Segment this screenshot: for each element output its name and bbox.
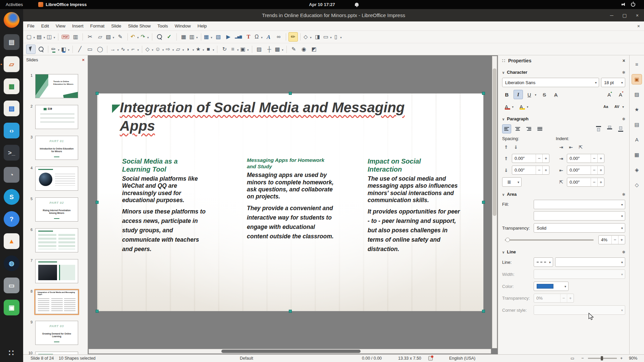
menu-item[interactable]: Help [194,21,210,31]
slide-master-status[interactable]: Default [240,356,253,361]
increase-font-size-button[interactable]: A [604,90,614,99]
increment-button[interactable] [597,154,604,163]
shadow-icon[interactable]: ▨ [255,45,264,54]
gallery-tab-icon[interactable]: ▦ [632,150,642,160]
hanging-indent-icon[interactable] [577,143,585,151]
properties-tab-icon[interactable]: ▣ [632,74,642,84]
line-transparency-field[interactable]: 0% [534,294,574,303]
menu-item[interactable]: Slide [108,21,125,31]
slide-thumbnail-row[interactable]: 10 [23,351,88,354]
insert-text-box-icon[interactable]: T [244,32,253,42]
toggle-extrusion-icon[interactable]: ◩ [309,45,319,54]
align-left-button[interactable] [502,124,511,133]
area-section-header[interactable]: Area [498,190,629,198]
menu-item[interactable]: View [52,21,69,31]
spelling-icon[interactable]: ✓ [165,32,174,42]
font-color-button[interactable]: A [502,102,515,111]
slide-text-column[interactable]: Social Media as a Learning Tool Social m… [122,157,211,254]
underline-button[interactable]: U [525,90,538,99]
language-status[interactable]: English (USA) [449,356,476,361]
transparency-slider-thumb[interactable] [505,238,510,242]
spacing-below-field[interactable]: 0.00″ [512,166,549,175]
slide-thumbnail[interactable] [35,352,78,354]
close-document-icon[interactable]: × [637,23,640,29]
line-style-select[interactable] [534,257,553,267]
writer-icon[interactable]: ▤ [4,101,19,116]
slide-thumbnail-row[interactable]: 1 Trends in Online Education for Minors [23,73,88,99]
decrease-indent-icon[interactable] [567,143,575,151]
display-views-icon[interactable]: ▥ [189,32,199,42]
flowchart-shapes-icon[interactable]: ▱ [175,45,184,54]
new-presentation-icon[interactable]: ▢ [26,32,36,42]
crop-image-icon[interactable]: ┼ [265,45,274,54]
slide-thumbnail[interactable]: 目录 [35,105,78,129]
decrement-button[interactable] [611,236,618,244]
sidebar-settings-icon[interactable]: ≡ [632,59,642,69]
character-more-options-icon[interactable] [622,70,625,75]
slide-thumbnail[interactable]: PART 03 Growing Demand for Online Learni… [35,321,78,345]
line-spacing-select[interactable] [502,177,522,187]
slide-thumbnail-row[interactable]: 6 [23,227,88,253]
slide-thumbnail-row[interactable]: 7 [23,258,88,284]
3d-objects-icon[interactable]: ■ [205,45,215,54]
rectangle-icon[interactable]: ▭ [85,45,95,54]
zoom-out-button[interactable] [581,356,584,361]
minimize-button[interactable]: ─ [610,13,613,18]
slide-thumbnail[interactable] [35,167,78,191]
paragraph-more-options-icon[interactable] [622,116,625,121]
line-color-icon[interactable]: ✏ [51,45,60,54]
insert-image-icon[interactable]: ▧ [214,32,223,42]
align-justify-button[interactable] [535,124,544,133]
align-top-button[interactable] [594,124,603,133]
line-more-options-icon[interactable] [622,249,625,254]
align-objects-icon[interactable]: ≡ [230,45,239,54]
help-icon[interactable]: ? [4,211,19,227]
selection-handle[interactable] [96,92,99,95]
save-icon[interactable]: ◫ [46,32,56,42]
horizontal-scrollbar[interactable] [89,349,491,354]
decrement-button[interactable] [536,154,542,163]
slide-thumbnail-row[interactable]: 4 [23,166,88,192]
selection-handle[interactable] [289,92,292,95]
vertical-scrollbar-thumb[interactable] [493,68,496,216]
character-spacing-button[interactable]: AV [612,102,625,111]
basic-shapes-icon[interactable]: ◇ [145,45,154,54]
image-filter-icon[interactable]: ▩ [275,45,284,54]
slide-thumbnail[interactable]: PART 01 Introduction to Online Education… [35,136,78,160]
software-store-icon[interactable]: ▣ [4,300,19,315]
panel-grip-icon[interactable] [502,58,505,63]
vscode-icon[interactable]: ‹› [4,123,19,138]
show-draw-functions-icon[interactable]: ✏ [288,32,298,42]
decrement-button[interactable] [536,166,542,174]
increment-button[interactable] [542,166,549,174]
duplicate-slide-icon[interactable]: ◨ [313,32,322,42]
selection-handle[interactable] [96,310,99,313]
increment-button[interactable] [597,178,604,186]
fill-color-select[interactable] [534,211,625,221]
bold-button[interactable]: B [502,90,512,99]
symbol-shapes-icon[interactable]: ☺ [155,45,164,54]
corner-style-select[interactable] [534,305,625,315]
maximize-button[interactable]: ▢ [623,13,627,18]
open-file-icon[interactable]: ▤ [36,32,46,42]
decrement-button[interactable] [560,294,567,302]
line-width-select[interactable] [534,269,625,279]
system-tray[interactable] [622,2,635,7]
paste-icon[interactable]: ▧ [105,32,115,42]
fill-type-select[interactable] [534,200,625,209]
first-line-indent-field[interactable]: 0.00″ [567,178,604,187]
center-vertically-button[interactable] [605,124,614,133]
block-arrows-icon[interactable]: ⇨ [165,45,174,54]
arrow-style-select[interactable] [555,257,625,267]
menu-item[interactable]: Window [171,21,194,31]
increment-button[interactable] [542,154,549,163]
styles-tab-icon[interactable]: A [632,135,642,144]
menu-item[interactable]: Tools [154,21,171,31]
export-pdf-icon[interactable]: PDF [61,32,70,42]
navigator-tab-icon[interactable]: ◈ [632,165,642,175]
display-grid-icon[interactable]: ▦ [179,32,189,42]
indent-after-field[interactable]: 0.00″ [567,166,604,175]
align-right-button[interactable] [524,124,533,133]
zoom-in-button[interactable] [620,356,623,361]
transparency-slider[interactable] [505,239,594,241]
